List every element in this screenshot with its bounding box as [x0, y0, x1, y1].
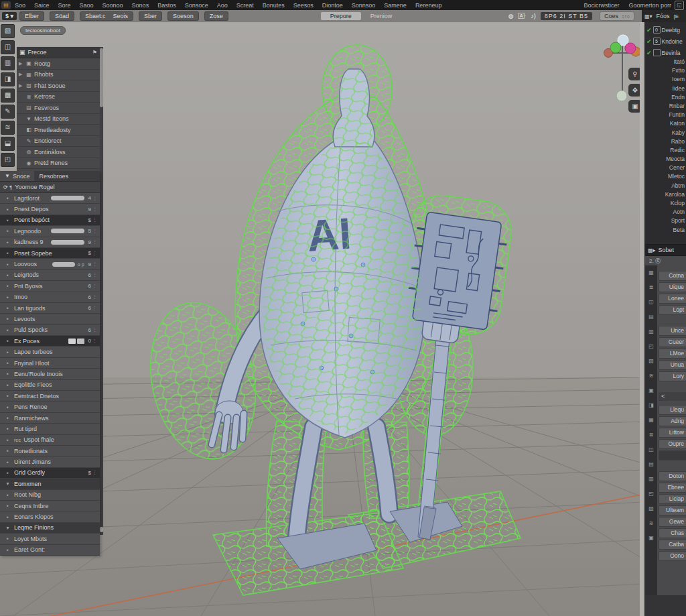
- right-button[interactable]: Chas: [659, 528, 686, 538]
- panel-row[interactable]: ▪Earet Gont:: [0, 545, 100, 556]
- toolbar-button[interactable]: Zose: [204, 11, 228, 21]
- pan-tool-icon[interactable]: ✥: [632, 86, 638, 94]
- menu-item[interactable]: Soonoo: [102, 2, 123, 9]
- tab-preview[interactable]: Preniow: [361, 12, 402, 20]
- panel-row[interactable]: ▪Lapoe turbeos: [0, 347, 100, 357]
- right-button[interactable]: LMoe: [659, 349, 686, 359]
- panel-row[interactable]: ▪Pnest Depos9⋮: [0, 204, 100, 214]
- right-button[interactable]: Doton: [659, 471, 686, 481]
- more-icon[interactable]: ⋮: [92, 196, 97, 201]
- more-icon[interactable]: ⋮: [92, 284, 97, 289]
- tree-item[interactable]: ▶▦Rhobts: [17, 70, 100, 81]
- globe-icon[interactable]: ◍: [508, 13, 514, 19]
- right-list-item[interactable]: Fxtto: [645, 67, 686, 76]
- scale-tool-icon[interactable]: ◨: [1, 72, 15, 86]
- panel-row[interactable]: ▪Legnoodo5⋮: [0, 226, 100, 237]
- right-list-item[interactable]: Sport: [645, 217, 686, 226]
- rotate-tool-icon[interactable]: ▥: [1, 56, 15, 70]
- panel-row[interactable]: ▪Pnset Sopebe$⋮: [0, 248, 100, 259]
- right-list-item[interactable]: Redic: [645, 147, 686, 156]
- check-row[interactable]: ✔0Deebtg: [645, 24, 686, 36]
- row-slider[interactable]: [51, 229, 84, 233]
- right-tool-icon[interactable]: ▥: [645, 324, 657, 339]
- right-list-item[interactable]: Rnbar: [645, 103, 686, 111]
- right-tool-icon[interactable]: ◨: [645, 398, 657, 413]
- right-list-item[interactable]: Kclop: [645, 200, 686, 208]
- menu-item[interactable]: Samene: [384, 2, 407, 9]
- panel-row[interactable]: ▪Ronetlionats: [0, 446, 100, 456]
- right-list-item[interactable]: Beta: [645, 227, 686, 235]
- tree-item[interactable]: ▤Fesvroos: [17, 103, 100, 114]
- toolbar-button[interactable]: Elber: [19, 11, 44, 21]
- panel-row[interactable]: ▪reeUspot fhale: [0, 435, 100, 446]
- panel-row[interactable]: ▪Ranmichews: [0, 413, 100, 424]
- panel-row[interactable]: ▪Pnt Byosis6⋮: [0, 281, 100, 292]
- right-tool-icon[interactable]: ▦: [645, 265, 657, 280]
- menu-item[interactable]: Soo: [15, 2, 25, 9]
- swatch[interactable]: [68, 338, 76, 344]
- right-button[interactable]: Littow: [659, 428, 686, 438]
- menu-item[interactable]: Seesos: [293, 2, 314, 9]
- right-list-item[interactable]: Itató: [645, 58, 686, 67]
- menu-item[interactable]: Screat: [236, 2, 254, 9]
- panel-scrollbar[interactable]: [100, 47, 103, 535]
- more-icon[interactable]: ⋮: [92, 261, 97, 267]
- tab-prepare[interactable]: Prepore: [321, 12, 361, 20]
- checkmark-icon[interactable]: ✔: [646, 50, 652, 56]
- right-tool-icon[interactable]: ≋: [645, 369, 657, 383]
- more-icon[interactable]: ⋮: [92, 327, 97, 332]
- viewport-scrollbar[interactable]: [640, 22, 644, 616]
- tree-item[interactable]: ◧Pmetleadosty: [17, 125, 100, 136]
- shade-mode-button[interactable]: Sbaet:cSeois: [80, 11, 133, 21]
- menu-item[interactable]: Sonnsoo: [352, 2, 376, 9]
- extrude-tool-icon[interactable]: ▩: [1, 88, 15, 103]
- right-list-item[interactable]: Cener: [645, 164, 686, 173]
- row-swatches[interactable]: [68, 338, 84, 344]
- snap-tool-icon[interactable]: ⬓: [1, 137, 15, 151]
- right-tool-icon[interactable]: ▧: [645, 501, 657, 516]
- right-tool-icon[interactable]: ▤: [645, 310, 657, 324]
- more-icon[interactable]: ⋮: [92, 470, 97, 475]
- right-tool-icon[interactable]: ≣: [645, 428, 657, 442]
- panel-row[interactable]: ▪Grid Gerdly$⋮: [0, 468, 100, 479]
- right-list-item[interactable]: Kaby: [645, 129, 686, 138]
- panel-row[interactable]: ▪Root Nibg: [0, 490, 100, 501]
- panel-row[interactable]: ▪Eonars Klopos: [0, 511, 100, 522]
- menu-item[interactable]: Diontoe: [322, 2, 343, 9]
- tree-item[interactable]: ▶▨Fhat Sooue: [17, 80, 100, 92]
- right-list-item[interactable]: Endn: [645, 94, 686, 103]
- more-icon[interactable]: ⋮: [92, 206, 97, 212]
- panel-row[interactable]: ▪Leigrtods6⋮: [0, 270, 100, 281]
- tree-item[interactable]: ◍Eontinàloss: [17, 147, 100, 158]
- more-icon[interactable]: ⋮: [92, 306, 97, 311]
- row-slider[interactable]: [52, 262, 75, 267]
- more-icon[interactable]: ⋮: [92, 217, 97, 223]
- right-button[interactable]: Adrig: [659, 416, 686, 426]
- right-list-item[interactable]: Abtm: [645, 182, 686, 191]
- panel-row[interactable]: ▪Imoo6⋮: [0, 292, 100, 303]
- foos-label[interactable]: Fóos: [657, 13, 670, 19]
- right-tool-icon[interactable]: ◰: [645, 487, 657, 501]
- right-button[interactable]: Lopt: [659, 305, 686, 315]
- zoom-tool-icon[interactable]: ⚲: [632, 70, 637, 78]
- proportional-edit-icon[interactable]: 🄰·: [519, 13, 526, 19]
- right-button[interactable]: Oupre: [659, 439, 686, 449]
- move-tool-icon[interactable]: ◫: [1, 40, 15, 54]
- tooltip-chip[interactable]: tecioosmoboot: [20, 26, 66, 35]
- camera-tool-icon[interactable]: ▣: [632, 103, 638, 110]
- tree-item[interactable]: ◉Pretd Renes: [17, 158, 100, 170]
- right-list-item[interactable]: Iidee: [645, 85, 686, 94]
- measure-tool-icon[interactable]: ≋: [1, 121, 15, 135]
- panel-row[interactable]: ▪Ex Poces0⋮: [0, 336, 100, 347]
- menu-item[interactable]: Saice: [34, 2, 50, 9]
- checkmark-icon[interactable]: ✔: [646, 38, 652, 45]
- panel-row[interactable]: ▪Lan tiguods6⋮: [0, 303, 100, 314]
- expand-arrow-icon[interactable]: ▶: [19, 61, 23, 66]
- gizmo-green-ball[interactable]: [610, 42, 621, 53]
- expand-arrow-icon[interactable]: ▶: [19, 72, 23, 77]
- more-icon[interactable]: ⋮: [92, 229, 97, 234]
- right-button[interactable]: Unua: [659, 360, 686, 370]
- menu-item[interactable]: Sore: [58, 2, 71, 9]
- menu-item[interactable]: Sonsoce: [185, 2, 208, 9]
- more-icon[interactable]: ⋮: [92, 294, 97, 300]
